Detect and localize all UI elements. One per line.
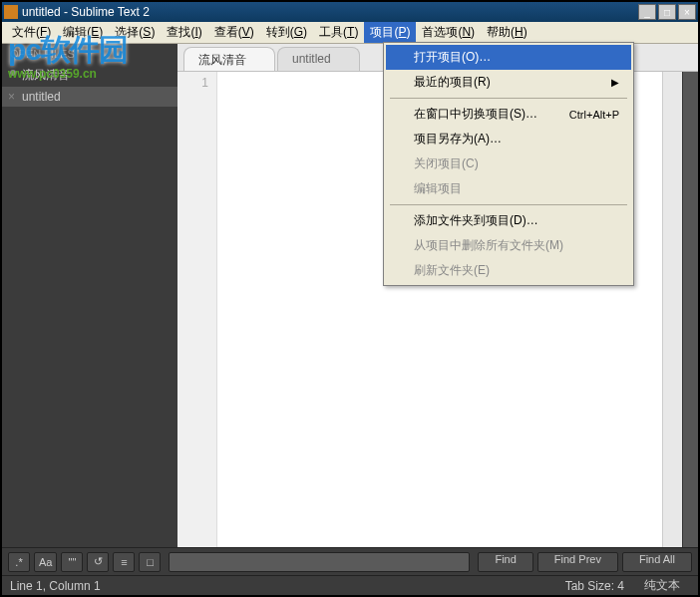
menu-item-label: 添加文件夹到项目(D)… — [414, 212, 538, 229]
menu-item-label: 打开项目(O)… — [414, 49, 491, 66]
status-tabsize[interactable]: Tab Size: 4 — [555, 579, 634, 593]
menu-shortcut: Ctrl+Alt+P — [569, 109, 619, 121]
close-file-icon[interactable]: × — [8, 90, 15, 104]
status-syntax[interactable]: 纯文本 — [634, 577, 690, 594]
status-position: Line 1, Column 1 — [10, 579, 555, 593]
menu-item: 从项目中删除所有文件夹(M) — [386, 233, 631, 258]
minimap[interactable] — [662, 72, 682, 547]
menu-item-label: 从项目中删除所有文件夹(M) — [414, 237, 563, 254]
menu-h[interactable]: 帮助(H) — [481, 22, 533, 43]
find-button[interactable]: Find — [478, 552, 532, 572]
app-icon — [4, 5, 18, 19]
menu-p[interactable]: 项目(P) — [364, 22, 416, 43]
sidebar-item-label: untitled — [22, 90, 61, 104]
line-number: 1 — [177, 76, 208, 90]
menu-item-label: 关闭项目(C) — [414, 155, 479, 172]
menu-item[interactable]: 添加文件夹到项目(D)… — [386, 208, 631, 233]
menu-item[interactable]: 最近的项目(R)▶ — [386, 70, 631, 95]
menu-g[interactable]: 转到(G) — [260, 22, 313, 43]
search-option-button[interactable]: ↺ — [87, 552, 109, 572]
menu-item[interactable]: 打开项目(O)… — [386, 45, 631, 70]
sidebar-item[interactable]: ×untitled — [2, 87, 177, 107]
menu-item-label: 最近的项目(R) — [414, 74, 491, 91]
menu-s[interactable]: 选择(S) — [109, 22, 161, 43]
statusbar: Line 1, Column 1 Tab Size: 4 纯文本 — [2, 575, 698, 595]
menu-i[interactable]: 查找(I) — [161, 22, 207, 43]
search-option-button[interactable]: □ — [139, 552, 161, 572]
sidebar-header: OPEN FILES — [2, 44, 177, 64]
search-input[interactable] — [169, 552, 470, 572]
find-all-button[interactable]: Find All — [622, 552, 692, 572]
menu-item[interactable]: 在窗口中切换项目(S)…Ctrl+Alt+P — [386, 102, 631, 127]
menu-item-label: 编辑项目 — [414, 180, 462, 197]
search-option-button[interactable]: Aa — [34, 552, 57, 572]
search-option-button[interactable]: "" — [61, 552, 83, 572]
minimize-button[interactable]: _ — [638, 4, 656, 20]
close-button[interactable]: × — [678, 4, 696, 20]
menu-item: 编辑项目 — [386, 176, 631, 201]
menu-item: 刷新文件夹(E) — [386, 258, 631, 283]
tab[interactable]: 流风清音 — [183, 47, 275, 71]
search-option-button[interactable]: .* — [8, 552, 30, 572]
menu-n[interactable]: 首选项(N) — [416, 22, 481, 43]
titlebar: untitled - Sublime Text 2 _ □ × — [2, 2, 698, 22]
menubar: 文件(F)编辑(E)选择(S)查找(I)查看(V)转到(G)工具(T)项目(P)… — [2, 22, 698, 44]
menu-item-label: 在窗口中切换项目(S)… — [414, 106, 537, 123]
sidebar-item-label: 流风清音 — [22, 68, 70, 82]
menu-item-label: 项目另存为(A)… — [414, 131, 502, 148]
menu-separator — [390, 98, 627, 99]
menu-v[interactable]: 查看(V) — [208, 22, 260, 43]
find-prev-button[interactable]: Find Prev — [537, 552, 618, 572]
menu-f[interactable]: 文件(F) — [6, 22, 57, 43]
search-bar: .*Aa""↺≡□ Find Find Prev Find All — [2, 547, 698, 575]
menu-e[interactable]: 编辑(E) — [57, 22, 109, 43]
project-menu-dropdown: 打开项目(O)…最近的项目(R)▶在窗口中切换项目(S)…Ctrl+Alt+P项… — [383, 42, 634, 286]
tab[interactable]: untitled — [277, 47, 360, 71]
scrollbar-vertical[interactable] — [682, 72, 698, 547]
submenu-arrow-icon: ▶ — [611, 77, 619, 88]
window-controls: _ □ × — [638, 4, 696, 20]
gutter: 1 — [177, 72, 217, 547]
menu-item: 关闭项目(C) — [386, 151, 631, 176]
menu-item-label: 刷新文件夹(E) — [414, 262, 490, 279]
window-title: untitled - Sublime Text 2 — [22, 5, 638, 19]
menu-t[interactable]: 工具(T) — [313, 22, 364, 43]
modified-dot-icon — [10, 70, 16, 76]
search-option-button[interactable]: ≡ — [113, 552, 135, 572]
sidebar: OPEN FILES 流风清音×untitled — [2, 44, 177, 547]
maximize-button[interactable]: □ — [658, 4, 676, 20]
sidebar-item[interactable]: 流风清音 — [2, 64, 177, 87]
menu-item[interactable]: 项目另存为(A)… — [386, 127, 631, 151]
menu-separator — [390, 204, 627, 205]
